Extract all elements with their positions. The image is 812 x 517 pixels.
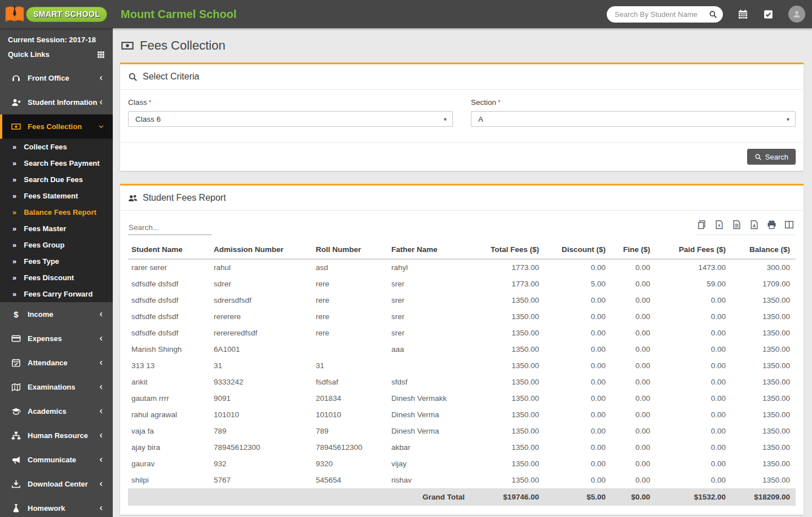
- class-select[interactable]: Class 6: [128, 111, 453, 127]
- sidebar-item-communicate[interactable]: Communicate: [0, 448, 113, 472]
- double-angle-right-icon: »: [12, 175, 16, 184]
- school-name: Mount Carmel School: [121, 8, 237, 21]
- sidebar-subitem-balance-fees-report[interactable]: »Balance Fees Report: [0, 204, 113, 220]
- sidebar-subitem-fees-statement[interactable]: »Fees Statement: [0, 188, 113, 204]
- sidebar-subitem-fees-master[interactable]: »Fees Master: [0, 220, 113, 237]
- sidebar-subitem-fees-discount[interactable]: »Fees Discount: [0, 269, 113, 286]
- required-marker: *: [149, 99, 152, 107]
- sidebar-subitem-fees-carry-forward[interactable]: »Fees Carry Forward: [0, 286, 113, 302]
- header-search[interactable]: [607, 6, 723, 23]
- sidebar-item-expenses[interactable]: Expenses: [0, 326, 113, 351]
- column-header-roll-number[interactable]: Roll Number: [312, 241, 388, 259]
- sidebar-item-attendance[interactable]: Attendance: [0, 351, 113, 375]
- header-search-input[interactable]: [615, 10, 709, 19]
- column-header-fine[interactable]: Fine ($): [611, 241, 656, 259]
- column-header-paid-fees[interactable]: Paid Fees ($): [656, 241, 731, 259]
- table-cell: 201834: [312, 390, 388, 406]
- table-row[interactable]: sdfsdfe dsfsdfsdrerreresrer1773.005.000.…: [128, 276, 796, 292]
- search-button-label: Search: [765, 153, 788, 161]
- table-row[interactable]: sdfsdfe dsfsdfrerererereresrer1350.000.0…: [128, 308, 796, 325]
- sidebar-subitem-collect-fees[interactable]: »Collect Fees: [0, 139, 113, 155]
- sidebar-subitem-fees-type[interactable]: »Fees Type: [0, 253, 113, 269]
- table-cell: 0.00: [656, 374, 731, 390]
- table-row[interactable]: rahul agrawal101010101010Dinesh Verma135…: [128, 406, 796, 423]
- table-cell: 0.00: [545, 423, 611, 439]
- table-row[interactable]: sdfsdfe dsfsdfsdrersdfsdfreresrer1350.00…: [128, 292, 796, 308]
- sidebar-item-income[interactable]: $Income: [0, 302, 113, 326]
- table-cell: 1350.00: [470, 374, 545, 390]
- table-row[interactable]: ankit9333242fsdfsafsfdsf1350.000.000.000…: [128, 374, 796, 390]
- sidebar-subitem-label: Search Due Fees: [24, 175, 83, 184]
- table-cell: srer: [388, 325, 470, 341]
- sidebar-item-front-office[interactable]: Front Office: [0, 66, 113, 90]
- chevron-down-icon: [98, 123, 104, 130]
- sidebar-item-human-resource[interactable]: Human Resource: [0, 423, 113, 448]
- column-header-father-name[interactable]: Father Name: [388, 241, 470, 259]
- sidebar-nav: Front OfficeStudent InformationFees Coll…: [0, 66, 113, 517]
- table-search-input[interactable]: [128, 222, 211, 235]
- print-button[interactable]: [767, 220, 776, 229]
- calendar-icon[interactable]: [738, 9, 748, 20]
- table-cell: rere: [312, 292, 388, 308]
- section-select[interactable]: A: [471, 111, 796, 127]
- table-cell: rere: [312, 325, 388, 341]
- column-header-discount[interactable]: Discount ($): [545, 241, 611, 259]
- report-table: Student NameAdmission NumberRoll NumberF…: [128, 241, 796, 506]
- table-row[interactable]: gautam rrrr9091201834Dinesh Vermakk1350.…: [128, 390, 796, 406]
- sidebar-subitem-search-due-fees[interactable]: »Search Due Fees: [0, 171, 113, 188]
- column-header-student-name[interactable]: Student Name: [128, 241, 210, 259]
- table-row[interactable]: sdfsdfe dsfsdfrerereredfsdfreresrer1350.…: [128, 325, 796, 341]
- table-row[interactable]: ajay bira7894561230078945612300akbar1350…: [128, 439, 796, 456]
- table-cell: 0.00: [611, 439, 656, 456]
- quick-links[interactable]: Quick Links: [8, 50, 105, 66]
- grid-icon[interactable]: [97, 51, 105, 59]
- table-cell: rerereredfsdf: [210, 325, 312, 341]
- file-csv-icon: [732, 220, 742, 229]
- report-table-body: rarer sererrahulasdrahyl1773.000.000.001…: [128, 259, 796, 489]
- table-cell: sdfsdfe dsfsdf: [128, 325, 210, 341]
- sidebar-item-fees-collection[interactable]: Fees Collection: [0, 114, 113, 139]
- export-pdf-button[interactable]: A: [749, 220, 759, 229]
- app-logo[interactable]: SMART SCHOOL: [0, 5, 113, 24]
- sidebar-item-download-center[interactable]: Download Center: [0, 472, 113, 496]
- export-copy-button[interactable]: [697, 220, 707, 229]
- column-header-admission-number[interactable]: Admission Number: [210, 241, 312, 259]
- table-cell: srer: [388, 308, 470, 325]
- sidebar-item-examinations[interactable]: Examinations: [0, 375, 113, 399]
- sidebar-item-label: Student Information: [28, 98, 98, 107]
- column-header-total-fees[interactable]: Total Fees ($): [470, 241, 545, 259]
- table-cell: 313 13: [128, 357, 210, 374]
- export-toolbar: xA: [695, 220, 796, 235]
- table-row[interactable]: gaurav9329320vijay1350.000.000.000.00135…: [128, 456, 796, 472]
- sidebar-item-homework[interactable]: Homework: [0, 496, 113, 517]
- table-cell: 1350.00: [731, 456, 796, 472]
- table-row[interactable]: rarer sererrahulasdrahyl1773.000.000.001…: [128, 259, 796, 276]
- table-row[interactable]: shilpi5767545654rishav1350.000.000.000.0…: [128, 472, 796, 488]
- sidebar-item-student-information[interactable]: Student Information: [0, 90, 113, 114]
- chevron-left-icon: [98, 75, 104, 81]
- column-visibility-button[interactable]: [784, 220, 794, 229]
- column-header-balance[interactable]: Balance ($): [731, 241, 796, 259]
- export-excel-button[interactable]: x: [714, 220, 724, 229]
- search-button[interactable]: Search: [747, 149, 796, 165]
- table-cell: 0.00: [611, 374, 656, 390]
- table-row[interactable]: Manish Shingh6A1001aaa1350.000.000.000.0…: [128, 341, 796, 357]
- sidebar-subitem-search-fees-payment[interactable]: »Search Fees Payment: [0, 155, 113, 171]
- check-square-icon[interactable]: [763, 9, 774, 20]
- table-cell: 1350.00: [731, 423, 796, 439]
- sidebar-subitem-fees-group[interactable]: »Fees Group: [0, 237, 113, 253]
- chevron-left-icon: [98, 408, 104, 414]
- search-icon[interactable]: [709, 10, 717, 19]
- graduation-cap-icon: [11, 406, 21, 416]
- table-cell: 1350.00: [470, 456, 545, 472]
- table-cell: 0.00: [545, 456, 611, 472]
- report-toolbar: xA: [120, 211, 804, 235]
- export-csv-button[interactable]: [732, 220, 742, 229]
- avatar[interactable]: [788, 6, 805, 23]
- table-cell: rere: [312, 308, 388, 325]
- table-cell: sdfsdfe dsfsdf: [128, 308, 210, 325]
- table-row[interactable]: 313 1331311350.000.000.000.001350.00: [128, 357, 796, 374]
- table-row[interactable]: vaja fa789789Dinesh Verma1350.000.000.00…: [128, 423, 796, 439]
- sidebar-item-academics[interactable]: Academics: [0, 399, 113, 423]
- table-cell: 1350.00: [731, 308, 796, 325]
